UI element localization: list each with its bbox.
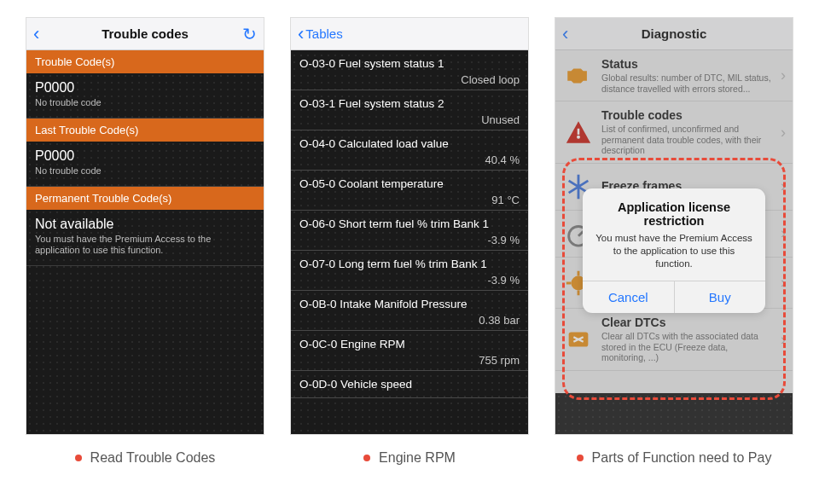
- chevron-right-icon: ›: [781, 224, 786, 242]
- data-label: O-07-0 Long term fuel % trim Bank 1: [299, 258, 520, 270]
- data-row[interactable]: O-0B-0 Intake Manifold Pressure0.38 bar: [291, 291, 528, 331]
- list-item[interactable]: Trouble codesList of confirmed, unconfir…: [555, 101, 793, 164]
- bullet-icon: [75, 455, 82, 461]
- back-icon[interactable]: ‹: [298, 25, 304, 43]
- texture-footer: [555, 393, 793, 434]
- svg-point-0: [577, 136, 580, 139]
- svg-rect-1: [578, 129, 580, 135]
- data-row[interactable]: O-03-0 Fuel system status 1Closed loop: [291, 50, 528, 90]
- caption-text: Read Trouble Codes: [90, 450, 216, 466]
- chevron-right-icon: ›: [781, 124, 786, 142]
- alert-title: Application license restriction: [595, 200, 753, 228]
- buy-button[interactable]: Buy: [674, 281, 766, 313]
- chevron-right-icon: ›: [781, 274, 786, 292]
- code-value: P0000: [35, 80, 255, 96]
- data-label: O-0D-0 Vehicle speed: [299, 378, 520, 391]
- item-title: Status: [601, 57, 774, 71]
- data-row[interactable]: O-05-0 Coolant temperature91 °C: [291, 171, 528, 211]
- data-row[interactable]: O-03-1 Fuel system status 2Unused: [291, 90, 528, 130]
- phone-engine-data: ‹ Tables O-03-0 Fuel system status 1Clos…: [290, 17, 529, 435]
- list-item[interactable]: StatusGlobal results: number of DTC, MIL…: [555, 50, 793, 101]
- caption-text: Parts of Function need to Pay: [592, 450, 772, 466]
- data-row[interactable]: O-06-0 Short term fuel % trim Bank 1-3.9…: [291, 211, 528, 251]
- data-value: Closed loop: [299, 73, 520, 86]
- navbar: ‹ Tables: [291, 18, 528, 50]
- trouble-code-row[interactable]: P0000 No trouble code: [26, 142, 264, 187]
- navbar: ‹ Trouble codes ↻: [26, 18, 264, 50]
- data-label: O-05-0 Coolant temperature: [299, 177, 520, 190]
- alert-message: You must have the Premium Access to the …: [595, 232, 753, 270]
- data-value: 91 °C: [299, 194, 520, 206]
- data-label: O-04-0 Calculated load value: [299, 137, 520, 150]
- phone-diagnostic: ‹ Diagnostic StatusGlobal results: numbe…: [555, 17, 793, 435]
- caption: Read Trouble Codes: [26, 450, 264, 466]
- data-label: O-0B-0 Intake Manifold Pressure: [299, 298, 520, 310]
- section-header: Trouble Code(s): [26, 50, 264, 73]
- clear-icon: [562, 323, 595, 356]
- data-value: Unused: [299, 113, 520, 126]
- list-item[interactable]: Clear DTCsClear all DTCs with the associ…: [555, 309, 793, 371]
- code-desc: No trouble code: [35, 97, 255, 109]
- item-title: Trouble codes: [601, 108, 774, 122]
- data-row[interactable]: O-0C-0 Engine RPM755 rpm: [291, 331, 528, 371]
- trouble-code-row[interactable]: P0000 No trouble code: [26, 73, 264, 119]
- section-header: Last Trouble Code(s): [26, 119, 264, 142]
- bullet-icon: [363, 455, 370, 461]
- chevron-right-icon: ›: [781, 67, 786, 84]
- item-desc: Global results: number of DTC, MIL statu…: [601, 72, 774, 94]
- nav-title: Diagnostic: [555, 26, 793, 41]
- data-value: 755 rpm: [299, 354, 520, 367]
- caption: Engine RPM: [290, 450, 529, 466]
- data-value: 40.4 %: [299, 154, 520, 166]
- phone-trouble-codes: ‹ Trouble codes ↻ Trouble Code(s) P0000 …: [26, 17, 264, 435]
- data-row[interactable]: O-04-0 Calculated load value40.4 %: [291, 130, 528, 171]
- refresh-icon[interactable]: ↻: [242, 24, 257, 44]
- chevron-right-icon: ›: [781, 331, 786, 349]
- navbar: ‹ Diagnostic: [555, 18, 793, 50]
- cancel-button[interactable]: Cancel: [583, 281, 674, 313]
- code-desc: No trouble code: [35, 165, 255, 177]
- item-desc: Clear all DTCs with the associated data …: [601, 331, 774, 363]
- data-label: O-06-0 Short term fuel % trim Bank 1: [299, 217, 520, 230]
- data-value: 0.38 bar: [299, 314, 520, 327]
- code-value: P0000: [35, 148, 255, 164]
- data-row[interactable]: O-07-0 Long term fuel % trim Bank 1-3.9 …: [291, 251, 528, 291]
- alert-dialog: Application license restriction You must…: [583, 188, 765, 313]
- caption: Parts of Function need to Pay: [555, 450, 793, 466]
- data-label: O-0C-0 Engine RPM: [299, 338, 520, 350]
- back-label[interactable]: Tables: [305, 26, 342, 41]
- data-label: O-03-0 Fuel system status 1: [299, 57, 520, 70]
- code-value: Not available: [35, 217, 255, 232]
- data-value: -3.9 %: [299, 234, 520, 246]
- chevron-right-icon: ›: [781, 177, 786, 195]
- caption-text: Engine RPM: [379, 450, 456, 466]
- back-icon[interactable]: ‹: [562, 25, 568, 43]
- engine-icon: [562, 60, 595, 92]
- nav-title: Trouble codes: [26, 26, 264, 41]
- data-label: O-03-1 Fuel system status 2: [299, 97, 520, 110]
- warning-triangle-icon: [562, 116, 595, 148]
- section-header: Permanent Trouble Code(s): [26, 187, 264, 210]
- item-desc: List of confirmed, unconfirmed and perma…: [601, 124, 774, 156]
- bullet-icon: [577, 455, 584, 461]
- back-icon[interactable]: ‹: [33, 25, 39, 43]
- data-value: -3.9 %: [299, 274, 520, 287]
- trouble-code-row[interactable]: Not available You must have the Premium …: [26, 210, 264, 267]
- code-desc: You must have the Premium Access to the …: [35, 234, 255, 258]
- item-title: Clear DTCs: [601, 316, 774, 329]
- data-row[interactable]: O-0D-0 Vehicle speed: [291, 371, 528, 398]
